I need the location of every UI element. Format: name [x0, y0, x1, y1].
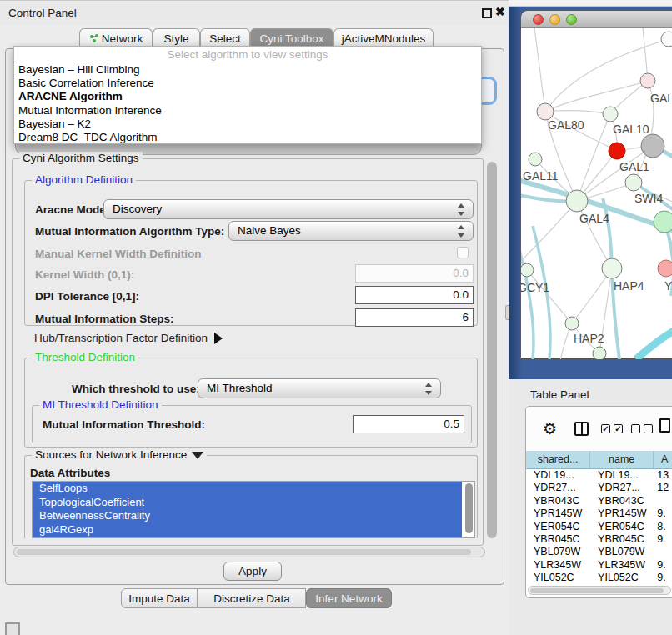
cell-value[interactable]: 13 [654, 469, 672, 482]
cell-shared[interactable]: YPR145W [526, 508, 590, 520]
node-hap2[interactable] [565, 317, 579, 330]
which-threshold-select[interactable]: MI Threshold [198, 378, 441, 398]
node-gal11[interactable] [529, 152, 542, 166]
tab-impute-data[interactable]: Impute Data [121, 588, 198, 608]
dropdown-item[interactable]: Dream8 DC_TDC Algorithm [14, 131, 481, 144]
zoom-window-icon[interactable] [566, 14, 577, 25]
table-row[interactable]: YBR045CYBR045C9. [526, 533, 672, 546]
cell-value[interactable]: 9. [654, 559, 672, 572]
cell-value[interactable]: 9. [654, 572, 672, 584]
apply-button[interactable]: Apply [223, 562, 282, 581]
manual-kernel-checkbox[interactable] [457, 247, 469, 258]
close-window-icon[interactable] [533, 14, 544, 25]
settings-horizontal-scrollbar[interactable] [13, 547, 485, 558]
tab-discretize-data[interactable]: Discretize Data [198, 588, 306, 608]
cell-value[interactable]: 12 [654, 482, 672, 494]
node-gal4[interactable] [566, 190, 588, 212]
cell-shared[interactable]: YDL19... [526, 469, 590, 482]
cell-name[interactable]: YIL052C [590, 572, 654, 584]
dropdown-item[interactable]: Bayesian – Hill Climbing [14, 63, 481, 77]
node-gal80[interactable] [537, 103, 554, 120]
cell-shared[interactable]: YBL079W [526, 546, 590, 558]
list-item[interactable]: gal4RGexp [33, 523, 462, 538]
cell-name[interactable]: YPR145W [590, 508, 654, 520]
kernel-width-input[interactable]: 0.0 [355, 264, 474, 282]
node-hap4[interactable] [602, 258, 622, 278]
column-header-value[interactable]: A [654, 451, 672, 468]
network-window-titlebar[interactable] [521, 11, 672, 28]
settings-vertical-scrollbar[interactable] [487, 162, 497, 538]
split-columns-icon[interactable] [574, 422, 589, 436]
cell-value[interactable]: 9. [654, 533, 672, 546]
tab-infer-network[interactable]: Infer Network [306, 588, 392, 608]
cell-shared[interactable]: YLR345W [526, 559, 590, 572]
table-horizontal-scrollbar[interactable] [528, 586, 671, 595]
float-panel-icon[interactable] [482, 8, 492, 18]
mi-steps-input[interactable]: 6 [355, 308, 474, 327]
list-item[interactable]: TopologicalCoefficient [33, 496, 462, 510]
table-row[interactable]: YBR043CYBR043C [526, 495, 672, 508]
node-gal[interactable] [640, 73, 655, 88]
dropdown-item[interactable]: Mutual Information Inference [14, 104, 481, 118]
cell-shared[interactable]: YER054C [526, 521, 590, 533]
file-icon[interactable] [659, 418, 670, 432]
table-row[interactable]: YDL19...YDL19...13 [526, 469, 672, 482]
node-swi4[interactable] [654, 211, 672, 232]
gear-icon[interactable]: ⚙ [543, 421, 557, 437]
minimized-panel-icon[interactable] [5, 622, 20, 635]
mi-threshold-input[interactable]: 0.5 [353, 415, 464, 433]
column-header-name[interactable]: name [590, 451, 654, 468]
node-salmon[interactable] [658, 260, 672, 277]
cell-value[interactable]: 8. [654, 521, 672, 533]
list-scrollbar[interactable] [465, 483, 473, 533]
cell-name[interactable]: YDL19... [590, 469, 654, 482]
cell-shared[interactable]: YBR045C [526, 533, 590, 546]
list-item[interactable]: SelfLoops [33, 482, 462, 496]
cell-value[interactable]: 9. [654, 508, 672, 520]
dpi-tolerance-input[interactable]: 0.0 [355, 286, 474, 304]
table-row[interactable]: YER054CYER054C8. [526, 521, 672, 533]
network-canvas[interactable]: GAL GAL80 GAL10 GAL1 GAL11 SWI4 GAL4 GCY… [521, 28, 672, 359]
dropdown-item-selected[interactable]: ARACNE Algorithm [14, 90, 481, 103]
cell-name[interactable]: YBR043C [590, 495, 654, 508]
table-row[interactable]: YIL052CYIL052C9. [526, 572, 672, 584]
splitter-handle[interactable] [505, 305, 509, 320]
node-gcy1[interactable] [521, 263, 534, 277]
cell-name[interactable]: YER054C [590, 521, 654, 533]
column-header-shared-name[interactable]: shared... [526, 451, 590, 468]
close-icon[interactable]: ✖ [495, 5, 505, 18]
hub-tf-definition-toggle[interactable]: Hub/Transcription Factor Definition [34, 332, 223, 344]
sources-title[interactable]: Sources for Network Inference [32, 448, 207, 461]
deselect-checkbox-icon[interactable] [631, 424, 640, 433]
table-row[interactable]: YBL079WYBL079W [526, 546, 672, 558]
cell-name[interactable]: YBR045C [590, 533, 654, 546]
cell-name[interactable]: YDR27... [590, 482, 654, 494]
table-row[interactable]: YDR27...YDR27...12 [526, 482, 672, 494]
node-gal10[interactable] [603, 107, 618, 122]
node-gray[interactable] [641, 134, 664, 158]
deselect-checkbox-icon2[interactable] [644, 424, 653, 433]
cell-shared[interactable]: YIL052C [526, 572, 590, 584]
cell-shared[interactable]: YDR27... [526, 482, 590, 494]
table-row[interactable]: YPR145WYPR145W9. [526, 508, 672, 520]
mi-algorithm-type-select[interactable]: Naive Bayes [228, 221, 474, 241]
cell-name[interactable]: YLR345W [590, 559, 654, 572]
scrollbar-thumb[interactable] [530, 588, 664, 593]
cell-value[interactable] [654, 495, 672, 508]
aracne-mode-select[interactable]: Discovery [103, 199, 474, 219]
scrollbar-thumb[interactable] [17, 549, 471, 555]
minimize-window-icon[interactable] [549, 14, 560, 25]
select-all-checkbox-icon[interactable]: ✓ [601, 424, 610, 433]
list-item[interactable]: BetweennessCentrality [33, 509, 462, 523]
node-selected-red[interactable] [609, 142, 625, 159]
node-unnamed[interactable] [661, 32, 672, 47]
cell-name[interactable]: YBL079W [590, 546, 654, 558]
cell-value[interactable] [654, 546, 672, 558]
dropdown-item[interactable]: Basic Correlation Inference [14, 77, 481, 90]
cell-shared[interactable]: YBR043C [526, 495, 590, 508]
node-bottom[interactable] [593, 347, 606, 359]
select-all-checkbox-icon2[interactable]: ✓ [614, 424, 623, 433]
dropdown-item[interactable]: Bayesian – K2 [14, 118, 481, 131]
table-row[interactable]: YLR345WYLR345W9. [526, 559, 672, 572]
node-gal1[interactable] [625, 174, 642, 191]
